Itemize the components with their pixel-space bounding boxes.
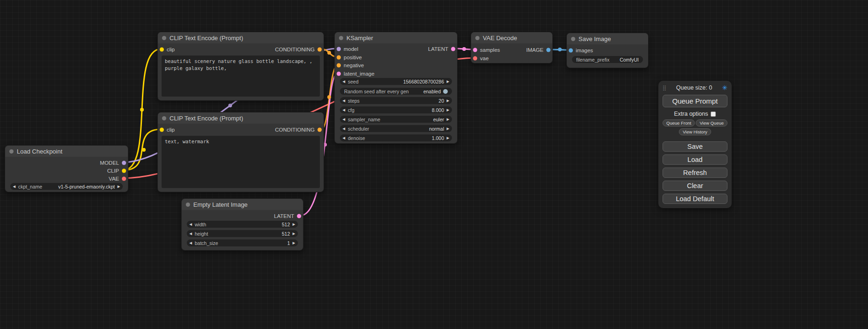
view-history-button[interactable]: View History xyxy=(679,128,711,135)
output-slot-conditioning: CONDITIONING xyxy=(158,46,324,53)
vae-output-dot[interactable] xyxy=(122,177,126,181)
decrement-arrow-icon[interactable]: ◀ xyxy=(10,183,18,190)
steps-widget[interactable]: ◀ steps 20 ▶ xyxy=(340,97,452,104)
vae-input-dot[interactable] xyxy=(473,56,477,61)
load-button[interactable]: Load xyxy=(663,154,727,165)
decrement-arrow-icon[interactable]: ◀ xyxy=(340,97,348,104)
collapse-dot[interactable] xyxy=(9,149,14,154)
collapse-dot[interactable] xyxy=(162,36,166,40)
decrement-arrow-icon[interactable]: ◀ xyxy=(340,106,348,113)
sampler-name-widget[interactable]: ◀ sampler_name euler ▶ xyxy=(340,116,452,123)
slot-label: IMAGE xyxy=(526,47,543,53)
node-title-bar[interactable]: KSampler xyxy=(335,32,457,43)
collapse-dot[interactable] xyxy=(475,36,480,40)
widget-label: batch_size xyxy=(195,240,218,246)
decrement-arrow-icon[interactable]: ◀ xyxy=(187,239,195,246)
node-title-bar[interactable]: Save Image xyxy=(567,33,648,44)
decrement-arrow-icon[interactable]: ◀ xyxy=(340,78,348,85)
increment-arrow-icon[interactable]: ▶ xyxy=(290,230,298,237)
node-save-image[interactable]: Save Image images filename_prefix ComfyU… xyxy=(566,33,649,68)
node-title-bar[interactable]: CLIP Text Encode (Prompt) xyxy=(158,32,324,43)
input-slot-negative: negative xyxy=(335,62,457,69)
increment-arrow-icon[interactable]: ▶ xyxy=(444,106,452,113)
increment-arrow-icon[interactable]: ▶ xyxy=(444,116,452,123)
denoise-widget[interactable]: ◀ denoise 1.000 ▶ xyxy=(340,134,452,141)
node-title: CLIP Text Encode (Prompt) xyxy=(169,35,243,42)
toggle-knob[interactable] xyxy=(443,89,448,94)
extra-options-checkbox[interactable] xyxy=(711,112,716,117)
decrement-arrow-icon[interactable]: ◀ xyxy=(187,221,195,228)
increment-arrow-icon[interactable]: ▶ xyxy=(115,183,123,190)
prompt-textarea[interactable]: beautiful scenery nature glass bottle la… xyxy=(162,56,320,97)
conditioning-output-dot[interactable] xyxy=(318,48,322,52)
filename-prefix-widget[interactable]: filename_prefix ComfyUI xyxy=(572,56,643,63)
widget-label: ckpt_name xyxy=(18,184,42,189)
negative-input-dot[interactable] xyxy=(337,63,341,68)
height-widget[interactable]: ◀ height 512 ▶ xyxy=(187,230,298,237)
conditioning-output-dot[interactable] xyxy=(318,128,322,132)
node-clip-text-encode-negative[interactable]: CLIP Text Encode (Prompt) clip CONDITION… xyxy=(157,112,324,192)
model-output-dot[interactable] xyxy=(122,161,126,165)
settings-gear-icon[interactable]: ✳ xyxy=(722,84,727,91)
increment-arrow-icon[interactable]: ▶ xyxy=(290,221,298,228)
increment-arrow-icon[interactable]: ▶ xyxy=(444,134,452,141)
random-seed-toggle[interactable]: Random seed after every gen enabled xyxy=(340,88,452,95)
prompt-textarea[interactable]: text, watermark xyxy=(162,136,320,188)
node-title-bar[interactable]: VAE Decode xyxy=(471,32,552,43)
slot-label: negative xyxy=(344,63,364,68)
decrement-arrow-icon[interactable]: ◀ xyxy=(340,116,348,123)
decrement-arrow-icon[interactable]: ◀ xyxy=(340,125,348,132)
increment-arrow-icon[interactable]: ▶ xyxy=(290,239,298,246)
width-widget[interactable]: ◀ width 512 ▶ xyxy=(187,221,298,228)
slot-label: images xyxy=(576,48,593,53)
latent-image-input-dot[interactable] xyxy=(337,72,341,76)
collapse-dot[interactable] xyxy=(162,116,166,120)
ckpt-name-widget[interactable]: ◀ ckpt_name v1-5-pruned-emaonly.ckpt ▶ xyxy=(10,183,123,190)
batch-size-widget[interactable]: ◀ batch_size 1 ▶ xyxy=(187,239,298,246)
decrement-arrow-icon[interactable]: ◀ xyxy=(340,134,348,141)
view-queue-button[interactable]: View Queue xyxy=(696,119,727,126)
collapse-dot[interactable] xyxy=(571,37,575,41)
node-title-bar[interactable]: Load Checkpoint xyxy=(5,146,128,157)
cfg-widget[interactable]: ◀ cfg 8.000 ▶ xyxy=(340,106,452,113)
clip-output-dot[interactable] xyxy=(122,169,126,173)
widget-value: v1-5-pruned-emaonly.ckpt xyxy=(55,184,115,189)
latent-output-dot[interactable] xyxy=(451,47,455,51)
node-graph-canvas[interactable]: Load Checkpoint MODEL CLIP VAE ◀ ckpt_na… xyxy=(0,0,868,329)
increment-arrow-icon[interactable]: ▶ xyxy=(444,125,452,132)
link-midpoint-dot xyxy=(558,48,562,51)
slot-label: positive xyxy=(344,55,362,60)
seed-widget[interactable]: ◀ seed 156680208700286 ▶ xyxy=(340,78,452,85)
node-ksampler[interactable]: KSampler model LATENT positive negative … xyxy=(334,32,458,144)
node-clip-text-encode-positive[interactable]: CLIP Text Encode (Prompt) clip CONDITION… xyxy=(157,32,324,101)
decrement-arrow-icon[interactable]: ◀ xyxy=(187,230,195,237)
queue-prompt-button[interactable]: Queue Prompt xyxy=(663,95,727,107)
load-default-button[interactable]: Load Default xyxy=(663,194,727,204)
node-empty-latent-image[interactable]: Empty Latent Image LATENT ◀ width 512 ▶ … xyxy=(181,198,303,251)
widget-value: 512 xyxy=(278,222,290,227)
collapse-dot[interactable] xyxy=(186,203,190,207)
node-title-bar[interactable]: Empty Latent Image xyxy=(182,199,303,210)
widget-value: 20 xyxy=(435,98,444,104)
save-button[interactable]: Save xyxy=(663,141,727,152)
refresh-button[interactable]: Refresh xyxy=(663,168,727,178)
scheduler-widget[interactable]: ◀ scheduler normal ▶ xyxy=(340,125,452,132)
clear-button[interactable]: Clear xyxy=(663,181,727,191)
slot-label: CONDITIONING xyxy=(275,47,315,52)
images-input-dot[interactable] xyxy=(569,49,573,53)
widget-label: width xyxy=(195,222,206,227)
queue-front-button[interactable]: Queue Front xyxy=(663,119,695,126)
menu-drag-handle-icon[interactable]: ⣿ xyxy=(663,85,666,91)
latent-output-dot[interactable] xyxy=(297,214,301,218)
image-output-dot[interactable] xyxy=(546,48,550,52)
input-slot-positive: positive xyxy=(335,54,457,61)
collapse-dot[interactable] xyxy=(339,36,343,40)
increment-arrow-icon[interactable]: ▶ xyxy=(444,78,452,85)
slot-label: LATENT xyxy=(428,46,448,52)
node-vae-decode[interactable]: VAE Decode samples IMAGE vae xyxy=(471,32,553,63)
node-load-checkpoint[interactable]: Load Checkpoint MODEL CLIP VAE ◀ ckpt_na… xyxy=(5,145,128,192)
positive-input-dot[interactable] xyxy=(337,56,341,60)
increment-arrow-icon[interactable]: ▶ xyxy=(444,97,452,104)
node-title-bar[interactable]: CLIP Text Encode (Prompt) xyxy=(158,112,324,124)
queue-size-label: Queue size: 0 xyxy=(676,84,712,91)
